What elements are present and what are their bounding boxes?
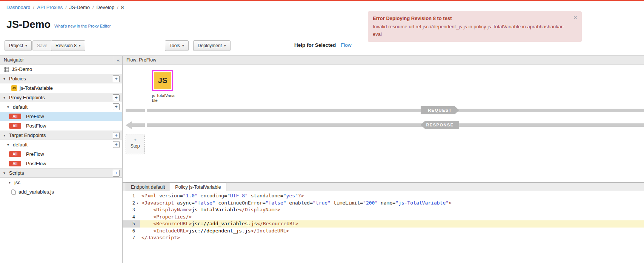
policy-node-label: js-TotalVariable bbox=[152, 93, 175, 103]
add-step-label: Step bbox=[126, 143, 144, 149]
javascript-policy-icon: JS bbox=[154, 72, 171, 89]
line-number: 7 bbox=[123, 234, 140, 241]
code-text[interactable]: <ResourceURL>jsc://add_variables.js</Res… bbox=[140, 220, 644, 228]
chevron-down-icon: ▾ bbox=[9, 180, 12, 185]
breadcrumb-separator: / bbox=[117, 5, 118, 10]
section-label: Policies bbox=[9, 76, 26, 82]
breadcrumb-separator: / bbox=[92, 5, 94, 10]
tree-item-label: PreFlow bbox=[26, 151, 44, 157]
line-number: 2▾ bbox=[123, 200, 140, 207]
code-text[interactable]: </Javascript> bbox=[140, 234, 644, 241]
line-number: 1 bbox=[123, 192, 140, 200]
tree-item-jsc-folder[interactable]: ▾ jsc bbox=[0, 178, 122, 187]
fold-slot bbox=[135, 228, 140, 235]
tree-item-label: js-TotalVariable bbox=[20, 85, 53, 91]
response-lane-segment bbox=[132, 123, 145, 127]
tree-item-proxy-preflow[interactable]: All PreFlow bbox=[0, 112, 122, 121]
revision-menu-button[interactable]: Revision 8 ▾ bbox=[51, 40, 85, 51]
tree-item-label: default bbox=[13, 104, 28, 110]
file-icon bbox=[11, 189, 16, 195]
condition-badge: All bbox=[9, 161, 21, 166]
plus-icon: + bbox=[126, 137, 144, 143]
tree-item-add-variables-js[interactable]: add_variables.js bbox=[0, 187, 122, 197]
code-text[interactable]: <Properties/> bbox=[140, 214, 644, 221]
deployment-menu-button[interactable]: Deployment ▾ bbox=[193, 40, 231, 51]
navigator-tree: JS-Demo ▾ Policies + JS js-TotalVariable… bbox=[0, 65, 122, 263]
error-title: Error Deploying Revision 8 to test bbox=[373, 15, 569, 22]
breadcrumb-item-dashboard[interactable]: Dashboard bbox=[6, 5, 31, 10]
tree-item-proxy-postflow[interactable]: All PostFlow bbox=[0, 121, 122, 131]
tree-item-proxy-root[interactable]: JS-Demo bbox=[0, 65, 122, 74]
tree-item-target-default[interactable]: ▾ default + bbox=[0, 140, 122, 149]
code-text[interactable]: <IncludeURL>jsc://dependent_js.js</Inclu… bbox=[140, 228, 644, 235]
request-lane-label: REQUEST bbox=[421, 106, 459, 114]
editor-tab-strip: Endpoint default Policy js-TotalVariable bbox=[123, 182, 644, 191]
chevron-down-icon: ▾ bbox=[79, 44, 81, 48]
flow-header: Flow: PreFlow bbox=[123, 56, 644, 65]
whats-new-link[interactable]: What's new in the Proxy Editor bbox=[54, 24, 111, 28]
deployment-menu-label: Deployment bbox=[198, 43, 222, 48]
tools-menu-button[interactable]: Tools ▾ bbox=[165, 40, 189, 51]
tree-item-proxy-default[interactable]: ▾ default + bbox=[0, 102, 122, 112]
code-editor[interactable]: 1<?xml version="1.0" encoding="UTF-8" st… bbox=[123, 191, 644, 263]
tab-policy-js-totalvariable[interactable]: Policy js-TotalVariable bbox=[170, 183, 226, 191]
project-menu-button[interactable]: Project ▾ bbox=[5, 40, 32, 51]
add-flow-button[interactable]: + bbox=[113, 103, 120, 110]
tree-item-target-preflow[interactable]: All PreFlow bbox=[0, 149, 122, 159]
code-line[interactable]: 3 <DisplayName>js-TotalVariable</Display… bbox=[123, 206, 644, 214]
chevron-down-icon: ▾ bbox=[7, 105, 11, 109]
tree-item-label: add_variables.js bbox=[18, 189, 54, 195]
close-icon[interactable]: × bbox=[573, 14, 577, 22]
app: Dashboard / API Proxies / JS-Demo / Deve… bbox=[0, 0, 644, 263]
chevron-down-icon: ▾ bbox=[224, 44, 226, 48]
collapse-panel-icon[interactable]: « bbox=[114, 56, 122, 64]
tree-item-label: jsc bbox=[14, 180, 20, 185]
flow-header-label: Flow: PreFlow bbox=[126, 57, 156, 63]
add-target-endpoint-button[interactable]: + bbox=[113, 132, 120, 139]
add-proxy-endpoint-button[interactable]: + bbox=[113, 94, 120, 101]
code-line[interactable]: 4 <Properties/> bbox=[123, 214, 644, 221]
tree-item-js-totalvariable[interactable]: JS js-TotalVariable bbox=[0, 83, 122, 93]
save-button-label: Save bbox=[37, 43, 47, 48]
add-step-button[interactable]: + Step bbox=[126, 134, 144, 154]
tree-section-target-endpoints[interactable]: ▾ Target Endpoints + bbox=[0, 131, 122, 140]
save-button[interactable]: Save bbox=[32, 40, 52, 51]
add-script-button[interactable]: + bbox=[113, 170, 120, 177]
line-number: 4 bbox=[123, 214, 140, 221]
code-line[interactable]: 2▾<Javascript async="false" continueOnEr… bbox=[123, 200, 644, 207]
breadcrumb-item-proxy-name[interactable]: JS-Demo bbox=[69, 5, 90, 10]
tree-section-scripts[interactable]: ▾ Scripts + bbox=[0, 168, 122, 178]
code-line[interactable]: 7</Javascript> bbox=[123, 234, 644, 241]
flow-help-link[interactable]: Flow bbox=[341, 42, 352, 48]
main-split: Navigator « JS-Demo ▾ Policies + JS bbox=[0, 55, 644, 263]
tree-item-label: JS-Demo bbox=[12, 66, 32, 72]
help-for-selected-label: Help for Selected bbox=[294, 42, 336, 48]
breadcrumb-item-revision[interactable]: 8 bbox=[121, 5, 124, 10]
section-label: Target Endpoints bbox=[9, 132, 46, 138]
fold-icon[interactable]: ▾ bbox=[135, 200, 140, 207]
code-line[interactable]: 6 <IncludeURL>jsc://dependent_js.js</Inc… bbox=[123, 228, 644, 235]
breadcrumb-item-api-proxies[interactable]: API Proxies bbox=[37, 5, 63, 10]
project-menu-label: Project bbox=[9, 43, 23, 48]
fold-slot bbox=[135, 220, 140, 228]
code-text[interactable]: <DisplayName>js-TotalVariable</DisplayNa… bbox=[140, 206, 644, 214]
fold-slot bbox=[135, 192, 140, 200]
code-text[interactable]: <Javascript async="false" continueOnErro… bbox=[140, 200, 644, 207]
add-policy-button[interactable]: + bbox=[113, 75, 120, 82]
chevron-down-icon: ▾ bbox=[25, 44, 27, 48]
tree-section-proxy-endpoints[interactable]: ▾ Proxy Endpoints + bbox=[0, 93, 122, 102]
page-title: JS-Demo bbox=[6, 19, 51, 31]
code-text[interactable]: <?xml version="1.0" encoding="UTF-8" sta… bbox=[140, 192, 644, 200]
breadcrumb-item-develop[interactable]: Develop bbox=[97, 5, 115, 10]
navigator-title: Navigator bbox=[4, 57, 24, 63]
code-line[interactable]: 1<?xml version="1.0" encoding="UTF-8" st… bbox=[123, 192, 644, 200]
tree-section-policies[interactable]: ▾ Policies + bbox=[0, 74, 122, 83]
tab-endpoint-default[interactable]: Endpoint default bbox=[126, 183, 170, 191]
code-line[interactable]: 5 <ResourceURL>jsc://add_variables.js</R… bbox=[123, 220, 644, 228]
code-lines: 1<?xml version="1.0" encoding="UTF-8" st… bbox=[123, 192, 644, 241]
add-flow-button[interactable]: + bbox=[113, 141, 120, 148]
breadcrumb-separator: / bbox=[65, 5, 67, 10]
tree-item-target-postflow[interactable]: All PostFlow bbox=[0, 159, 122, 168]
policy-node-js-totalvariable[interactable]: JS bbox=[152, 70, 173, 91]
line-number: 3 bbox=[123, 206, 140, 214]
